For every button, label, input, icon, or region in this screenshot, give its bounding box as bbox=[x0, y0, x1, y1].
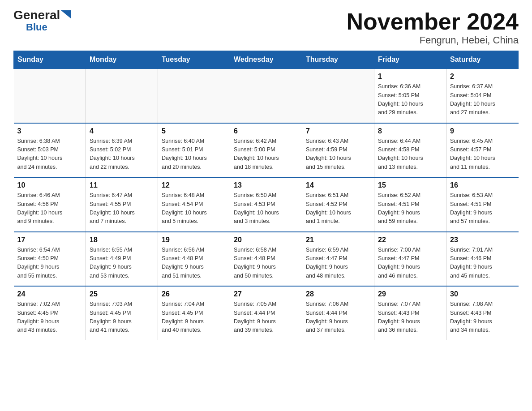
weekday-header-tuesday: Tuesday bbox=[158, 51, 230, 69]
day-number: 14 bbox=[306, 181, 370, 189]
day-number: 30 bbox=[450, 290, 515, 298]
weekday-header-row: SundayMondayTuesdayWednesdayThursdayFrid… bbox=[14, 51, 519, 69]
calendar-day-cell: 24Sunrise: 7:02 AMSunset: 4:45 PMDayligh… bbox=[14, 286, 86, 340]
day-sun-info: Sunrise: 6:37 AMSunset: 5:04 PMDaylight:… bbox=[450, 82, 515, 117]
weekday-header-saturday: Saturday bbox=[446, 51, 519, 69]
day-number: 28 bbox=[306, 290, 370, 298]
weekday-header-thursday: Thursday bbox=[302, 51, 374, 69]
day-number: 19 bbox=[162, 236, 226, 244]
logo: General Blue bbox=[13, 9, 71, 33]
day-number: 18 bbox=[90, 236, 154, 244]
day-number: 27 bbox=[234, 290, 298, 298]
day-number: 29 bbox=[378, 290, 442, 298]
calendar-day-cell: 6Sunrise: 6:42 AMSunset: 5:00 PMDaylight… bbox=[230, 123, 302, 178]
day-sun-info: Sunrise: 7:04 AMSunset: 4:45 PMDaylight:… bbox=[162, 300, 226, 335]
day-number: 6 bbox=[234, 127, 298, 135]
calendar-week-row: 1Sunrise: 6:36 AMSunset: 5:05 PMDaylight… bbox=[14, 68, 519, 123]
day-number: 4 bbox=[90, 127, 154, 135]
calendar-day-cell: 23Sunrise: 7:01 AMSunset: 4:46 PMDayligh… bbox=[446, 232, 519, 287]
day-sun-info: Sunrise: 7:00 AMSunset: 4:47 PMDaylight:… bbox=[378, 246, 442, 281]
day-sun-info: Sunrise: 6:58 AMSunset: 4:48 PMDaylight:… bbox=[234, 246, 298, 281]
calendar-day-cell: 11Sunrise: 6:47 AMSunset: 4:55 PMDayligh… bbox=[86, 177, 158, 232]
calendar-title-block: November 2024 Fengrun, Hebei, China bbox=[347, 9, 519, 46]
calendar-day-cell bbox=[14, 68, 86, 123]
day-number: 17 bbox=[17, 236, 82, 244]
calendar-day-cell: 19Sunrise: 6:56 AMSunset: 4:48 PMDayligh… bbox=[158, 232, 230, 287]
day-sun-info: Sunrise: 6:47 AMSunset: 4:55 PMDaylight:… bbox=[90, 191, 154, 226]
day-sun-info: Sunrise: 6:55 AMSunset: 4:49 PMDaylight:… bbox=[90, 246, 154, 281]
calendar-location: Fengrun, Hebei, China bbox=[347, 34, 519, 46]
calendar-day-cell bbox=[302, 68, 374, 123]
weekday-header-monday: Monday bbox=[86, 51, 158, 69]
calendar-day-cell: 7Sunrise: 6:43 AMSunset: 4:59 PMDaylight… bbox=[302, 123, 374, 178]
calendar-day-cell: 14Sunrise: 6:51 AMSunset: 4:52 PMDayligh… bbox=[302, 177, 374, 232]
calendar-day-cell: 10Sunrise: 6:46 AMSunset: 4:56 PMDayligh… bbox=[14, 177, 86, 232]
day-number: 7 bbox=[306, 127, 370, 135]
day-sun-info: Sunrise: 6:52 AMSunset: 4:51 PMDaylight:… bbox=[378, 191, 442, 226]
day-number: 21 bbox=[306, 236, 370, 244]
day-sun-info: Sunrise: 6:50 AMSunset: 4:53 PMDaylight:… bbox=[234, 191, 298, 226]
calendar-day-cell: 12Sunrise: 6:48 AMSunset: 4:54 PMDayligh… bbox=[158, 177, 230, 232]
calendar-day-cell: 17Sunrise: 6:54 AMSunset: 4:50 PMDayligh… bbox=[14, 232, 86, 287]
weekday-header-wednesday: Wednesday bbox=[230, 51, 302, 69]
day-number: 11 bbox=[90, 181, 154, 189]
day-number: 2 bbox=[450, 73, 515, 81]
day-sun-info: Sunrise: 6:56 AMSunset: 4:48 PMDaylight:… bbox=[162, 246, 226, 281]
day-number: 13 bbox=[234, 181, 298, 189]
calendar-week-row: 3Sunrise: 6:38 AMSunset: 5:03 PMDaylight… bbox=[14, 123, 519, 178]
day-sun-info: Sunrise: 6:38 AMSunset: 5:03 PMDaylight:… bbox=[17, 137, 82, 172]
calendar-day-cell: 21Sunrise: 6:59 AMSunset: 4:47 PMDayligh… bbox=[302, 232, 374, 287]
day-number: 25 bbox=[90, 290, 154, 298]
calendar-day-cell: 15Sunrise: 6:52 AMSunset: 4:51 PMDayligh… bbox=[374, 177, 446, 232]
day-sun-info: Sunrise: 6:53 AMSunset: 4:51 PMDaylight:… bbox=[450, 191, 515, 226]
calendar-day-cell: 1Sunrise: 6:36 AMSunset: 5:05 PMDaylight… bbox=[374, 68, 446, 123]
calendar-day-cell bbox=[86, 68, 158, 123]
calendar-day-cell: 4Sunrise: 6:39 AMSunset: 5:02 PMDaylight… bbox=[86, 123, 158, 178]
day-sun-info: Sunrise: 7:07 AMSunset: 4:43 PMDaylight:… bbox=[378, 300, 442, 335]
day-sun-info: Sunrise: 6:44 AMSunset: 4:58 PMDaylight:… bbox=[378, 137, 442, 172]
day-number: 23 bbox=[450, 236, 515, 244]
day-sun-info: Sunrise: 6:51 AMSunset: 4:52 PMDaylight:… bbox=[306, 191, 370, 226]
day-number: 10 bbox=[17, 181, 82, 189]
day-number: 20 bbox=[234, 236, 298, 244]
calendar-day-cell: 30Sunrise: 7:08 AMSunset: 4:43 PMDayligh… bbox=[446, 286, 519, 340]
day-number: 24 bbox=[17, 290, 82, 298]
calendar-day-cell: 20Sunrise: 6:58 AMSunset: 4:48 PMDayligh… bbox=[230, 232, 302, 287]
logo-blue-text: Blue bbox=[26, 21, 47, 33]
weekday-header-sunday: Sunday bbox=[14, 51, 86, 69]
day-number: 16 bbox=[450, 181, 515, 189]
day-number: 9 bbox=[450, 127, 515, 135]
day-sun-info: Sunrise: 7:01 AMSunset: 4:46 PMDaylight:… bbox=[450, 246, 515, 281]
day-sun-info: Sunrise: 6:36 AMSunset: 5:05 PMDaylight:… bbox=[378, 82, 442, 117]
day-sun-info: Sunrise: 6:43 AMSunset: 4:59 PMDaylight:… bbox=[306, 137, 370, 172]
day-sun-info: Sunrise: 7:03 AMSunset: 4:45 PMDaylight:… bbox=[90, 300, 154, 335]
day-number: 8 bbox=[378, 127, 442, 135]
day-sun-info: Sunrise: 7:08 AMSunset: 4:43 PMDaylight:… bbox=[450, 300, 515, 335]
calendar-day-cell: 3Sunrise: 6:38 AMSunset: 5:03 PMDaylight… bbox=[14, 123, 86, 178]
calendar-day-cell: 18Sunrise: 6:55 AMSunset: 4:49 PMDayligh… bbox=[86, 232, 158, 287]
day-number: 26 bbox=[162, 290, 226, 298]
calendar-week-row: 17Sunrise: 6:54 AMSunset: 4:50 PMDayligh… bbox=[14, 232, 519, 287]
calendar-day-cell: 2Sunrise: 6:37 AMSunset: 5:04 PMDaylight… bbox=[446, 68, 519, 123]
calendar-day-cell: 25Sunrise: 7:03 AMSunset: 4:45 PMDayligh… bbox=[86, 286, 158, 340]
calendar-day-cell: 16Sunrise: 6:53 AMSunset: 4:51 PMDayligh… bbox=[446, 177, 519, 232]
day-sun-info: Sunrise: 6:39 AMSunset: 5:02 PMDaylight:… bbox=[90, 137, 154, 172]
day-sun-info: Sunrise: 6:40 AMSunset: 5:01 PMDaylight:… bbox=[162, 137, 226, 172]
day-number: 15 bbox=[378, 181, 442, 189]
calendar-day-cell: 9Sunrise: 6:45 AMSunset: 4:57 PMDaylight… bbox=[446, 123, 519, 178]
weekday-header-friday: Friday bbox=[374, 51, 446, 69]
calendar-week-row: 24Sunrise: 7:02 AMSunset: 4:45 PMDayligh… bbox=[14, 286, 519, 340]
calendar-day-cell: 29Sunrise: 7:07 AMSunset: 4:43 PMDayligh… bbox=[374, 286, 446, 340]
calendar-month-year: November 2024 bbox=[347, 9, 519, 34]
day-number: 22 bbox=[378, 236, 442, 244]
calendar-day-cell: 13Sunrise: 6:50 AMSunset: 4:53 PMDayligh… bbox=[230, 177, 302, 232]
day-sun-info: Sunrise: 6:59 AMSunset: 4:47 PMDaylight:… bbox=[306, 246, 370, 281]
calendar-table: SundayMondayTuesdayWednesdayThursdayFrid… bbox=[13, 51, 519, 340]
calendar-day-cell: 26Sunrise: 7:04 AMSunset: 4:45 PMDayligh… bbox=[158, 286, 230, 340]
calendar-day-cell: 5Sunrise: 6:40 AMSunset: 5:01 PMDaylight… bbox=[158, 123, 230, 178]
calendar-day-cell: 8Sunrise: 6:44 AMSunset: 4:58 PMDaylight… bbox=[374, 123, 446, 178]
day-sun-info: Sunrise: 7:06 AMSunset: 4:44 PMDaylight:… bbox=[306, 300, 370, 335]
day-sun-info: Sunrise: 6:42 AMSunset: 5:00 PMDaylight:… bbox=[234, 137, 298, 172]
day-sun-info: Sunrise: 6:45 AMSunset: 4:57 PMDaylight:… bbox=[450, 137, 515, 172]
day-number: 1 bbox=[378, 73, 442, 81]
